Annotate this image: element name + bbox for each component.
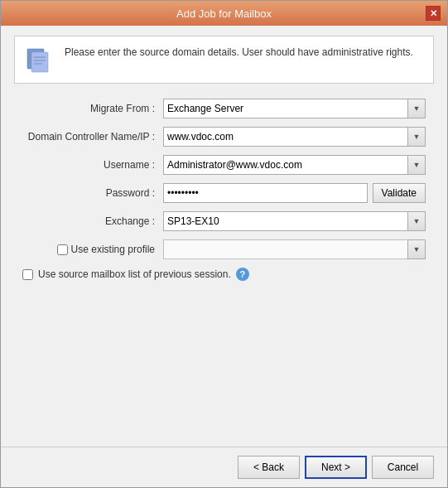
session-label: Use source mailbox list of previous sess… <box>38 268 231 280</box>
close-button[interactable]: ✕ <box>426 6 441 21</box>
existing-profile-label: Use existing profile <box>71 244 155 255</box>
footer: < Back Next > Cancel <box>1 447 447 487</box>
document-icon <box>25 45 55 75</box>
password-label: Password : <box>22 187 163 199</box>
exchange-select[interactable]: SP13-EX10 <box>163 211 426 231</box>
domain-wrapper: www.vdoc.com ▼ <box>163 127 426 147</box>
next-button[interactable]: Next > <box>305 456 367 479</box>
existing-profile-label-area: Use existing profile <box>22 244 163 255</box>
username-label: Username : <box>22 159 163 171</box>
main-window: Add Job for Mailbox ✕ Please enter the s… <box>0 0 448 488</box>
form-area: Migrate From : Exchange Server ▼ Domain … <box>14 99 434 437</box>
existing-profile-row: Use existing profile ▼ <box>22 239 426 259</box>
password-row: Password : Validate <box>22 183 426 203</box>
validate-button[interactable]: Validate <box>373 183 426 203</box>
existing-profile-checkbox[interactable] <box>57 244 68 255</box>
session-row: Use source mailbox list of previous sess… <box>22 268 426 281</box>
info-text: Please enter the source domain details. … <box>65 45 413 60</box>
password-input[interactable] <box>163 183 368 203</box>
domain-row: Domain Controller Name/IP : www.vdoc.com… <box>22 127 426 147</box>
username-wrapper: Administrator@www.vdoc.com ▼ <box>163 155 426 175</box>
password-wrapper: Validate <box>163 183 426 203</box>
info-box: Please enter the source domain details. … <box>14 36 434 84</box>
session-checkbox[interactable] <box>22 269 33 280</box>
existing-profile-select-wrapper: ▼ <box>163 239 426 259</box>
help-icon[interactable]: ? <box>236 268 249 281</box>
cancel-button[interactable]: Cancel <box>372 456 434 479</box>
migrate-from-row: Migrate From : Exchange Server ▼ <box>22 99 426 118</box>
exchange-wrapper: SP13-EX10 ▼ <box>163 211 426 231</box>
migrate-from-select[interactable]: Exchange Server <box>163 99 426 118</box>
exchange-label: Exchange : <box>22 215 163 227</box>
domain-select[interactable]: www.vdoc.com <box>163 127 426 147</box>
exchange-row: Exchange : SP13-EX10 ▼ <box>22 211 426 231</box>
domain-label: Domain Controller Name/IP : <box>22 131 163 143</box>
window-title: Add Job for Mailbox <box>22 7 426 20</box>
username-select[interactable]: Administrator@www.vdoc.com <box>163 155 426 175</box>
content-area: Please enter the source domain details. … <box>1 26 447 447</box>
migrate-from-wrapper: Exchange Server ▼ <box>163 99 426 118</box>
migrate-from-label: Migrate From : <box>22 103 163 114</box>
back-button[interactable]: < Back <box>238 456 300 479</box>
username-row: Username : Administrator@www.vdoc.com ▼ <box>22 155 426 175</box>
existing-profile-select[interactable] <box>163 239 426 259</box>
titlebar: Add Job for Mailbox ✕ <box>1 1 447 26</box>
svg-rect-1 <box>31 52 48 72</box>
